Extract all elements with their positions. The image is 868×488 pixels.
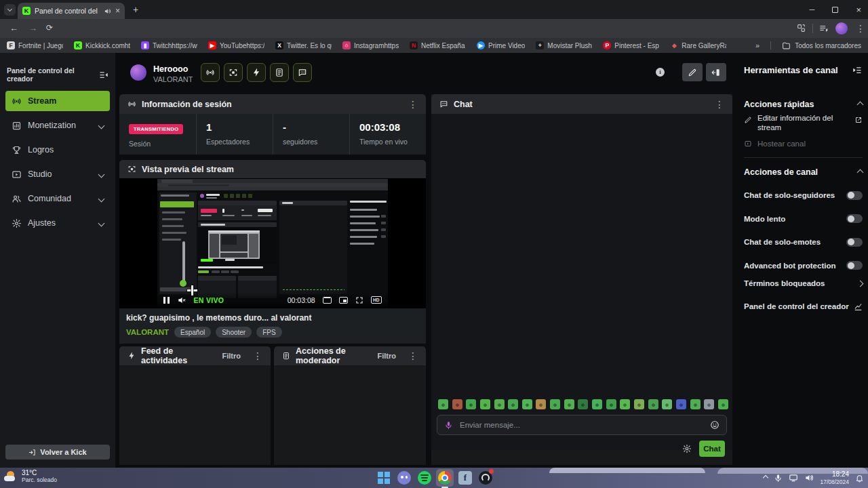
- quick-actions-button[interactable]: [247, 63, 266, 82]
- sidebar-item-stream[interactable]: Stream: [5, 91, 110, 111]
- spotify-taskbar-icon[interactable]: [416, 469, 433, 487]
- facebook-taskbar-icon[interactable]: f: [456, 469, 474, 487]
- panel-collapse-icon[interactable]: [852, 65, 863, 75]
- sidebar-item-comunidad[interactable]: Comunidad: [5, 188, 110, 209]
- stream-tag[interactable]: FPS: [256, 327, 281, 338]
- channel-actions-section[interactable]: Acciones de canal: [744, 167, 863, 178]
- sidebar-item-ajustes[interactable]: Ajustes: [5, 213, 110, 233]
- chrome-taskbar-icon[interactable]: [436, 469, 454, 487]
- host-channel-action[interactable]: Hostear canal: [744, 138, 863, 149]
- chat-emote[interactable]: [578, 399, 588, 409]
- chat-emote[interactable]: [606, 399, 616, 409]
- taskbar-clock[interactable]: 18:24 17/08/2024: [820, 470, 849, 485]
- chat-emote[interactable]: [690, 399, 701, 409]
- sidebar-item-studio[interactable]: Studio: [5, 164, 110, 184]
- bookmark-item[interactable]: KKickkick.comhttps://...: [74, 41, 130, 49]
- quality-button[interactable]: HD: [371, 296, 382, 304]
- emoji-picker-icon[interactable]: [710, 420, 719, 430]
- chat-emote[interactable]: [564, 399, 574, 409]
- profile-avatar[interactable]: [835, 22, 848, 35]
- log-button[interactable]: [270, 63, 289, 82]
- back-to-kick-button[interactable]: Volver a Kick: [5, 445, 110, 460]
- edit-layout-button[interactable]: [682, 63, 703, 81]
- tray-expand-icon[interactable]: [763, 475, 768, 481]
- blocked-terms-link[interactable]: Términos bloqueados: [744, 278, 863, 289]
- chat-emote[interactable]: [662, 399, 672, 409]
- sidebar-item-monetization[interactable]: Monetization: [5, 115, 110, 136]
- toggle-switch[interactable]: [846, 238, 863, 247]
- preview-thumbnail[interactable]: EN VIVO 00:03:08 HD: [157, 179, 388, 308]
- tray-display-icon[interactable]: [789, 473, 798, 483]
- collapse-sidebar-icon[interactable]: [98, 70, 108, 80]
- chat-emote[interactable]: [634, 399, 644, 409]
- stream-tag[interactable]: Shooter: [216, 327, 252, 338]
- moderator-filter-button[interactable]: Filtro: [378, 352, 397, 360]
- info-icon[interactable]: i: [656, 68, 665, 77]
- chat-send-button[interactable]: Chat: [699, 441, 725, 457]
- chat-emote[interactable]: [494, 399, 505, 409]
- bookmarks-overflow-icon[interactable]: »: [755, 41, 760, 49]
- chat-emote[interactable]: [480, 399, 490, 409]
- creator-dashboard-link[interactable]: Panel de control del creador: [744, 301, 863, 312]
- browser-tab[interactable]: K Panel de control del cread... ×: [18, 3, 125, 19]
- chat-emote[interactable]: [676, 399, 686, 409]
- bookmark-item[interactable]: ○Instagramhttps://w...: [342, 41, 399, 49]
- fullscreen-button[interactable]: [355, 296, 363, 304]
- window-restore-button[interactable]: [832, 7, 838, 13]
- start-button[interactable]: [375, 469, 393, 487]
- session-menu-icon[interactable]: ⋮: [408, 100, 418, 109]
- bookmark-item[interactable]: FFortnite | Juego grat...: [7, 41, 63, 49]
- tab-groups-icon[interactable]: [797, 24, 806, 33]
- weather-widget[interactable]: 31°C Parc. soleado: [4, 469, 57, 483]
- chat-emote[interactable]: [550, 399, 560, 409]
- bookmark-item[interactable]: ▶YouTubehttps://ww...: [208, 41, 264, 49]
- window-minimize-button[interactable]: ─: [810, 5, 815, 14]
- reload-button[interactable]: ⟳: [46, 23, 53, 33]
- mute-icon[interactable]: [177, 296, 186, 305]
- obs-taskbar-icon[interactable]: [477, 469, 494, 487]
- chat-toggle-button[interactable]: [293, 63, 312, 82]
- bookmark-item[interactable]: +Movistar Plushttps:/...: [536, 41, 592, 49]
- forward-button[interactable]: →: [28, 23, 37, 33]
- new-tab-button[interactable]: +: [133, 5, 138, 14]
- tab-search-button[interactable]: [4, 4, 16, 16]
- toggle-switch[interactable]: [846, 261, 863, 270]
- chat-emote[interactable]: [452, 399, 462, 409]
- chat-emote[interactable]: [438, 399, 448, 409]
- reading-list-icon[interactable]: [819, 24, 829, 33]
- bookmark-item[interactable]: ▶Prime Video: [477, 41, 525, 49]
- bookmark-item[interactable]: ▮Twitchhttps://www.t...: [141, 41, 197, 49]
- chat-emote[interactable]: [620, 399, 630, 409]
- channel-avatar[interactable]: [130, 64, 146, 81]
- collapse-panel-button[interactable]: [706, 63, 726, 81]
- chat-emote[interactable]: [466, 399, 476, 409]
- preview-button[interactable]: [224, 63, 243, 82]
- chat-emote[interactable]: [592, 399, 602, 409]
- bookmark-item[interactable]: NNetflix España - Ver...: [410, 41, 466, 49]
- chat-emote[interactable]: [704, 399, 714, 409]
- chat-emote[interactable]: [536, 399, 546, 409]
- bookmark-item[interactable]: XTwitter. Es lo que es...: [275, 41, 332, 49]
- tab-close-icon[interactable]: ×: [115, 6, 120, 16]
- tab-audio-icon[interactable]: [104, 7, 111, 15]
- chat-menu-icon[interactable]: ⋮: [715, 100, 724, 109]
- browser-menu-icon[interactable]: ⋮: [856, 24, 865, 33]
- notification-bell-icon[interactable]: [855, 474, 864, 483]
- discord-taskbar-icon[interactable]: [395, 469, 413, 487]
- pip-button[interactable]: [339, 297, 348, 304]
- toggle-switch[interactable]: [846, 191, 863, 200]
- chat-emote[interactable]: [648, 399, 658, 409]
- moderator-menu-icon[interactable]: ⋮: [408, 351, 418, 361]
- bookmark-item[interactable]: PPinterest - Españapi...: [603, 41, 659, 49]
- stream-category-link[interactable]: VALORANT: [126, 328, 169, 336]
- volume-knob[interactable]: [180, 280, 186, 287]
- feed-menu-icon[interactable]: ⋮: [253, 351, 262, 361]
- session-info-button[interactable]: [201, 63, 220, 82]
- chat-settings-icon[interactable]: [682, 444, 692, 453]
- tray-microphone-icon[interactable]: [774, 474, 783, 483]
- toggle-switch[interactable]: [846, 214, 863, 223]
- back-button[interactable]: ←: [9, 23, 18, 33]
- feed-filter-button[interactable]: Filtro: [222, 352, 241, 360]
- sidebar-item-logros[interactable]: Logros: [5, 140, 110, 160]
- chat-emote[interactable]: [522, 399, 532, 409]
